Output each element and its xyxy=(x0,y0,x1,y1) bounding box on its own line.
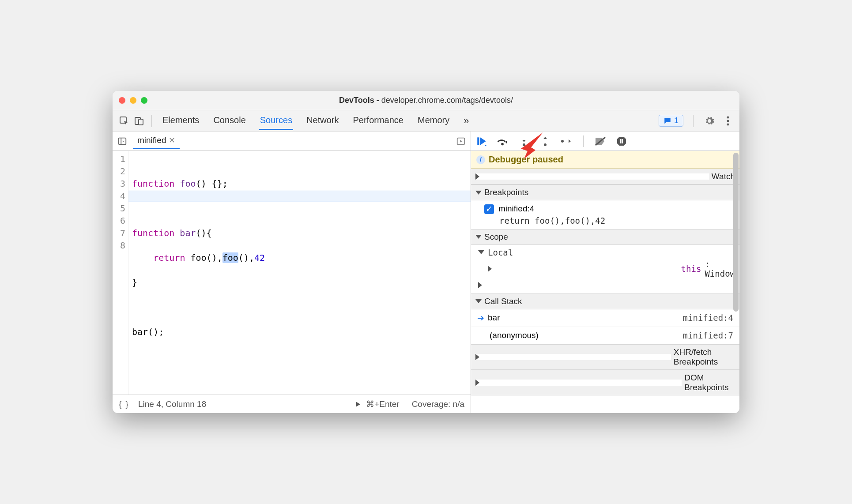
titlebar: DevTools - developer.chrome.com/tags/dev… xyxy=(113,91,739,110)
debugger-panel: i Debugger paused Watch Breakpoints ✓min… xyxy=(471,132,739,413)
tab-sources[interactable]: Sources xyxy=(259,112,293,130)
scope-value: : Window xyxy=(705,259,735,278)
info-icon: i xyxy=(476,155,485,164)
frame-function: bar xyxy=(488,313,500,323)
step-over-icon[interactable] xyxy=(497,135,509,147)
show-navigator-icon[interactable] xyxy=(116,135,128,147)
deactivate-breakpoints-icon[interactable] xyxy=(594,135,607,147)
tab-console[interactable]: Console xyxy=(212,112,246,130)
code-content[interactable]: function foo() {}; function bar(){ retur… xyxy=(128,151,471,395)
section-label: DOM Breakpoints xyxy=(684,373,735,392)
file-tab-minified[interactable]: minified ✕ xyxy=(133,133,180,149)
run-snippet-icon[interactable] xyxy=(455,135,467,147)
scope-local[interactable]: Local xyxy=(478,247,735,258)
badge-count: 1 xyxy=(674,116,679,125)
scope-global[interactable]: Global Window xyxy=(478,279,735,291)
step-icon[interactable] xyxy=(560,135,573,147)
play-icon[interactable] xyxy=(354,401,362,408)
line-number[interactable]: 6 xyxy=(113,214,125,227)
section-label: Breakpoints xyxy=(484,188,528,197)
code-token: } xyxy=(132,277,137,288)
chevron-down-icon xyxy=(475,299,482,303)
svg-point-12 xyxy=(561,140,564,143)
breakpoint-item[interactable]: ✓minified:4 return foo(),foo(),42 xyxy=(471,200,739,229)
more-menu-icon[interactable] xyxy=(722,115,734,127)
svg-rect-14 xyxy=(622,139,623,143)
scope-content: Local this: Window Global Window xyxy=(471,245,739,293)
scrollbar[interactable] xyxy=(732,151,739,413)
window-title: DevTools - developer.chrome.com/tags/dev… xyxy=(113,96,739,105)
debugger-toolbar xyxy=(471,132,739,151)
banner-text: Debugger paused xyxy=(489,154,563,165)
sources-panel: minified ✕ 1 2 3 4 5 6 7 8 function foo(… xyxy=(113,132,471,413)
line-number[interactable]: 5 xyxy=(113,202,125,214)
scope-key: this xyxy=(681,264,701,274)
main-toolbar: Elements Console Sources Network Perform… xyxy=(113,110,739,132)
devtools-window: DevTools - developer.chrome.com/tags/dev… xyxy=(113,91,739,413)
svg-point-11 xyxy=(544,143,547,146)
code-token: foo xyxy=(174,178,196,189)
svg-point-10 xyxy=(523,143,525,146)
callstack-frame[interactable]: (anonymous) minified:7 xyxy=(471,327,739,344)
scope-this[interactable]: this: Window xyxy=(478,258,735,279)
code-token: function xyxy=(132,228,174,238)
device-toggle-icon[interactable] xyxy=(133,115,145,127)
tab-memory[interactable]: Memory xyxy=(417,112,450,130)
frame-function: (anonymous) xyxy=(490,331,539,340)
chevron-right-icon xyxy=(475,380,682,386)
tab-performance[interactable]: Performance xyxy=(352,112,405,130)
line-number[interactable]: 4 xyxy=(113,190,125,202)
chat-icon xyxy=(664,117,671,125)
section-breakpoints[interactable]: Breakpoints xyxy=(471,184,739,200)
issues-badge[interactable]: 1 xyxy=(659,115,683,127)
svg-point-9 xyxy=(501,143,504,145)
pretty-print-icon[interactable]: { } xyxy=(119,399,129,409)
step-out-icon[interactable] xyxy=(539,135,551,147)
divider xyxy=(693,115,694,127)
section-xhr-breakpoints[interactable]: XHR/fetch Breakpoints xyxy=(471,344,739,370)
section-scope[interactable]: Scope xyxy=(471,229,739,245)
line-number[interactable]: 2 xyxy=(113,165,125,177)
line-number[interactable]: 8 xyxy=(113,239,125,252)
line-number[interactable]: 1 xyxy=(113,153,125,165)
code-token xyxy=(132,252,153,263)
code-selection: foo xyxy=(222,252,238,263)
tabs-overflow-icon[interactable]: » xyxy=(463,112,470,130)
section-dom-breakpoints[interactable]: DOM Breakpoints xyxy=(471,370,739,395)
resume-icon[interactable] xyxy=(475,135,488,147)
step-into-icon[interactable] xyxy=(518,135,530,147)
section-watch[interactable]: Watch xyxy=(471,169,739,184)
breakpoint-label: minified:4 xyxy=(498,204,534,213)
tab-elements[interactable]: Elements xyxy=(162,112,200,130)
section-callstack[interactable]: Call Stack xyxy=(471,293,739,309)
scrollbar-thumb[interactable] xyxy=(733,153,739,312)
line-number[interactable]: 7 xyxy=(113,227,125,239)
editor-tabbar: minified ✕ xyxy=(113,132,471,151)
code-editor[interactable]: 1 2 3 4 5 6 7 8 function foo() {}; funct… xyxy=(113,151,471,395)
chevron-right-icon xyxy=(475,173,709,180)
code-token: return xyxy=(153,252,185,263)
debugger-paused-banner: i Debugger paused xyxy=(471,151,739,169)
code-token: foo(), xyxy=(185,252,222,263)
frame-location: minified:7 xyxy=(683,331,733,340)
close-tab-icon[interactable]: ✕ xyxy=(169,135,175,145)
toolbar-right: 1 xyxy=(659,115,734,127)
chevron-right-icon xyxy=(475,354,671,360)
svg-point-4 xyxy=(727,120,729,122)
callstack-frame[interactable]: ➔ bar minified:4 xyxy=(471,309,739,327)
breakpoint-checkbox[interactable]: ✓ xyxy=(484,204,494,214)
code-token: (), xyxy=(238,252,254,263)
panel-tabs: Elements Console Sources Network Perform… xyxy=(162,112,470,130)
chevron-right-icon xyxy=(478,282,739,288)
pause-on-exceptions-icon[interactable] xyxy=(615,135,628,147)
chevron-down-icon xyxy=(475,191,482,195)
svg-point-5 xyxy=(727,123,729,125)
divider xyxy=(583,135,584,147)
settings-icon[interactable] xyxy=(703,115,716,127)
svg-point-3 xyxy=(727,116,729,118)
line-number[interactable]: 3 xyxy=(113,177,125,190)
code-token: 42 xyxy=(254,252,265,263)
code-token: (){ xyxy=(196,228,212,238)
inspect-element-icon[interactable] xyxy=(118,115,130,127)
tab-network[interactable]: Network xyxy=(305,112,339,130)
